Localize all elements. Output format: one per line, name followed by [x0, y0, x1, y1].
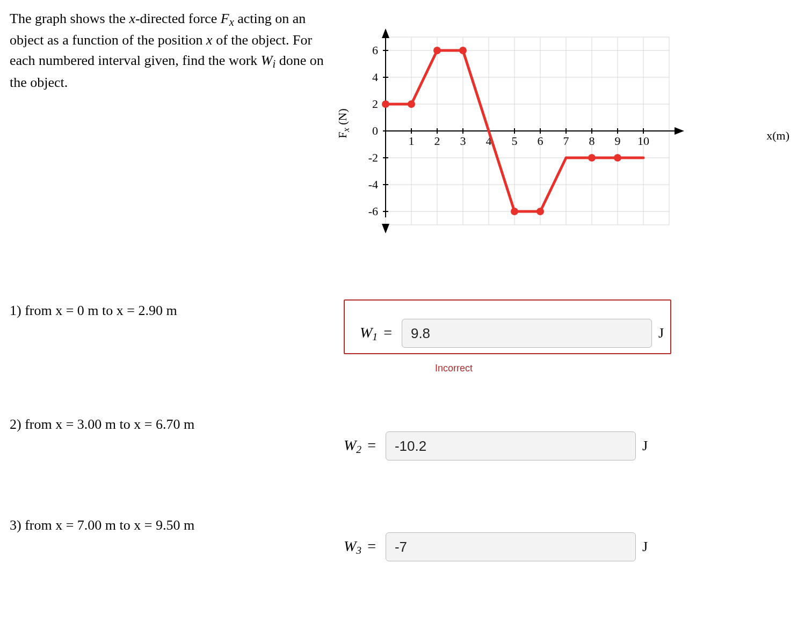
svg-text:9: 9	[615, 134, 621, 148]
svg-text:6: 6	[372, 43, 378, 57]
force-graph: Fx (N) x(m) 123456789106420-2-4-6	[332, 9, 802, 239]
svg-point-63	[588, 154, 596, 162]
svg-text:-2: -2	[368, 151, 378, 164]
answer-1-unit: J	[658, 325, 664, 341]
answer-2-label: W2 =	[344, 437, 380, 456]
svg-point-57	[382, 100, 389, 108]
svg-point-64	[614, 154, 621, 162]
svg-point-61	[511, 208, 518, 215]
chart-svg: 123456789106420-2-4-6	[348, 9, 788, 239]
svg-text:-4: -4	[368, 178, 378, 191]
svg-text:0: 0	[372, 124, 378, 137]
svg-point-62	[536, 208, 544, 215]
svg-text:2: 2	[434, 134, 440, 148]
svg-text:5: 5	[512, 134, 518, 148]
svg-text:1: 1	[409, 134, 415, 148]
svg-text:6: 6	[538, 134, 543, 148]
svg-text:-6: -6	[368, 204, 378, 218]
svg-marker-22	[382, 224, 389, 233]
answer-2-unit: J	[642, 438, 648, 454]
svg-text:2: 2	[372, 97, 378, 111]
answer-3-unit: J	[642, 539, 648, 555]
svg-text:4: 4	[372, 70, 378, 84]
answer-3-input[interactable]: -7	[386, 532, 636, 561]
svg-point-60	[459, 47, 467, 54]
answer-1-incorrect-box: W1 = 9.8 J	[344, 299, 671, 354]
svg-point-58	[408, 100, 415, 108]
answer-1-input[interactable]: 9.8	[402, 319, 652, 348]
question-3: 3) from x = 7.00 m to x = 9.50 m	[10, 517, 802, 533]
answer-3-label: W3 =	[344, 538, 380, 557]
answer-2-input[interactable]: -10.2	[386, 431, 636, 460]
svg-marker-19	[675, 127, 684, 135]
svg-text:10: 10	[637, 134, 649, 148]
svg-text:8: 8	[589, 134, 595, 148]
svg-text:7: 7	[563, 134, 569, 148]
svg-point-59	[433, 47, 441, 54]
svg-text:3: 3	[460, 134, 466, 148]
problem-statement: The graph shows the x-directed force Fx …	[10, 9, 332, 92]
question-2: 2) from x = 3.00 m to x = 6.70 m	[10, 416, 802, 433]
svg-marker-21	[382, 28, 389, 38]
answer-1-status: Incorrect	[435, 363, 473, 374]
answer-1-label: W1 =	[360, 324, 396, 343]
